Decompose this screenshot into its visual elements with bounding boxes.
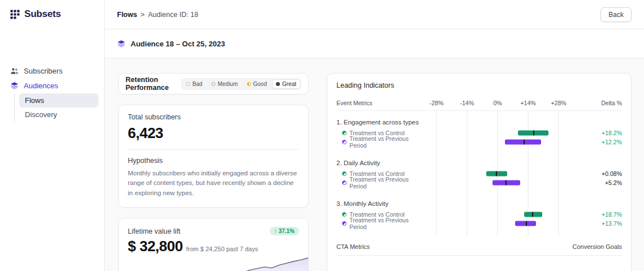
app-logo[interactable]: Subsets	[0, 0, 104, 28]
treatment-vs-previous-icon	[342, 221, 347, 226]
ltv-value-row: $ 32,800 from $ 24,250 past 7 days	[119, 236, 308, 253]
ltv-value: $ 32,800	[128, 238, 183, 255]
event-metrics-column-label: Event Metrics	[336, 100, 373, 106]
ltv-lift-badge: ↑ 37.1%	[270, 227, 299, 235]
audiences-layers-icon	[10, 81, 19, 90]
range-bar	[524, 212, 542, 217]
range-bar	[515, 221, 536, 226]
sidebar-nav: Subscribers Audiences Flows Discovery	[0, 63, 104, 122]
treatment-vs-previous-icon	[342, 140, 347, 144]
logo-text: Subsets	[24, 8, 61, 20]
delta-value: +18.2%	[577, 130, 622, 136]
app-window: Subsets Subscribers Audiences	[0, 0, 644, 271]
delta-value: +13.7%	[577, 220, 622, 227]
axis-tick-label: -14%	[460, 100, 474, 106]
ltv-title: Lifetime value lift	[128, 227, 180, 235]
audience-title: Audience 18 – Oct 25, 2023	[131, 40, 225, 48]
delta-value: +0.08%	[577, 170, 622, 177]
bar-median-tick	[505, 180, 507, 186]
audience-header-bar: Audience 18 – Oct 25, 2023	[105, 29, 644, 58]
ltv-comparison-text: from $ 24,250 past 7 days	[186, 246, 258, 252]
metric-group-label: 3. Monthly Activity	[336, 200, 622, 207]
great-icon	[276, 82, 280, 86]
retention-performance-card: Retention Performance Bad Medium Good	[118, 73, 309, 94]
segment-label: Great	[282, 81, 296, 87]
breadcrumb-flows-link[interactable]: Flows	[117, 11, 137, 19]
back-button[interactable]: Back	[600, 7, 632, 22]
total-subscribers-value: 6,423	[128, 124, 299, 142]
main-area: Flows > Audience ID: 18 Back Audience 18…	[105, 0, 644, 271]
treatment-vs-control-icon	[342, 131, 347, 135]
bar-median-tick	[524, 140, 525, 145]
sidebar-item-label: Audiences	[24, 81, 58, 90]
hypothesis-heading: Hypothesis	[128, 157, 299, 165]
hypothesis-text: Monthly subscribers who initially engage…	[128, 169, 299, 198]
audience-layers-icon	[117, 40, 126, 48]
sidebar-item-audiences[interactable]: Audiences	[6, 78, 98, 93]
content-area: Retention Performance Bad Medium Good	[105, 58, 644, 271]
retention-segmented-control: Bad Medium Good Great	[181, 78, 301, 90]
bar-median-tick	[532, 212, 533, 217]
treatment-vs-control-icon	[342, 212, 347, 217]
breadcrumb: Flows > Audience ID: 18	[117, 11, 198, 19]
metric-row: Treatment vs Previous Period +5.2%	[336, 178, 622, 187]
indicators-footer-row: CTA Metrics Conversion Goals	[336, 236, 622, 256]
conversion-goals-label: Conversion Goals	[573, 243, 622, 250]
metric-group-label: 2. Daily Activity	[336, 160, 622, 166]
ltv-card-header: Lifetime value lift ↑ 37.1%	[119, 226, 308, 236]
ltv-sparkline-chart	[119, 256, 308, 271]
sidebar-item-label: Flows	[25, 96, 44, 105]
segment-good[interactable]: Good	[243, 79, 271, 89]
range-bar	[492, 180, 520, 186]
card-divider	[128, 149, 299, 150]
top-bar: Flows > Audience ID: 18 Back	[105, 0, 644, 29]
bar-median-tick	[496, 171, 497, 177]
breadcrumb-separator: >	[140, 11, 144, 19]
segment-medium[interactable]: Medium	[208, 79, 242, 89]
axis-tick-label: +28%	[551, 100, 566, 106]
leading-indicators-card: Leading Indicators Event Metrics -28% -1…	[327, 73, 632, 271]
metric-group-label: 1. Engagement across types	[336, 119, 622, 126]
axis-tick-strip: -28% -14% 0% +14% +28%	[421, 98, 574, 110]
sidebar-item-label: Discovery	[25, 110, 57, 119]
segment-label: Bad	[192, 81, 202, 87]
treatment-vs-previous-icon	[342, 180, 347, 185]
sidebar-item-flows[interactable]: Flows	[19, 93, 98, 107]
bar-median-tick	[533, 131, 534, 136]
segment-great[interactable]: Great	[272, 79, 300, 89]
metric-group-daily-activity: 2. Daily Activity Treatment vs Control +…	[336, 154, 622, 195]
delta-value: +5.2%	[577, 179, 622, 186]
leading-indicators-title: Leading Indicators	[336, 81, 622, 89]
delta-column-label: Delta %	[601, 100, 622, 106]
total-subscribers-card: Total subscribers 6,423 Hypothesis Month…	[118, 105, 309, 208]
sidebar-item-subscribers[interactable]: Subscribers	[6, 63, 98, 78]
total-subscribers-label: Total subscribers	[128, 113, 299, 121]
breadcrumb-current-page: Audience ID: 18	[148, 11, 198, 19]
subscribers-users-icon	[10, 67, 19, 75]
retention-title: Retention Performance	[126, 76, 181, 92]
range-bar	[518, 131, 548, 136]
segment-bad[interactable]: Bad	[182, 79, 206, 89]
sidebar-item-discovery[interactable]: Discovery	[19, 107, 98, 122]
treatment-vs-control-icon	[342, 171, 347, 176]
metric-row: Treatment vs Previous Period +12.2%	[336, 137, 622, 147]
sidebar-item-label: Subscribers	[24, 67, 63, 75]
left-column: Retention Performance Bad Medium Good	[118, 73, 309, 271]
indicators-header-row: Event Metrics -28% -14% 0% +14% +28% Del…	[336, 98, 622, 111]
series-label: Treatment vs Previous Period	[349, 135, 421, 149]
axis-tick-label: 0%	[493, 100, 502, 106]
axis-tick-label: +14%	[520, 100, 535, 106]
delta-value: +18.7%	[577, 211, 622, 218]
segment-label: Medium	[218, 81, 238, 87]
good-icon	[247, 82, 251, 86]
metric-group-monthly-activity: 3. Monthly Activity Treatment vs Control…	[336, 195, 622, 235]
metric-group-engagement: 1. Engagement across types Treatment vs …	[336, 113, 622, 154]
cta-metrics-label: CTA Metrics	[336, 243, 370, 250]
axis-tick-label: -28%	[430, 100, 444, 106]
sidebar-subgroup: Flows Discovery	[14, 93, 98, 122]
range-bar	[486, 171, 507, 177]
sidebar: Subsets Subscribers Audiences	[0, 0, 105, 271]
segment-label: Good	[253, 81, 267, 87]
series-label: Treatment vs Previous Period	[349, 217, 421, 230]
medium-icon	[211, 82, 215, 86]
